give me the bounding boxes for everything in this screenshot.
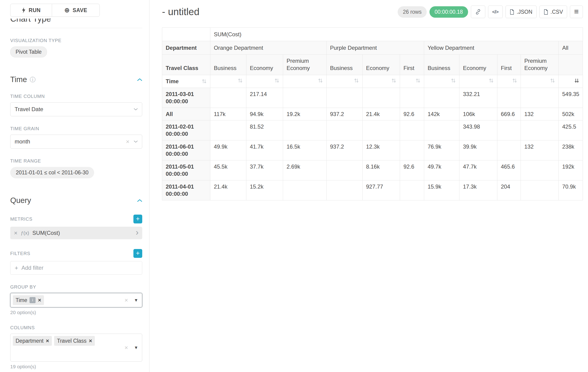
sort-toggle-icon[interactable] (391, 78, 396, 83)
export-csv-button[interactable]: .CSV (539, 6, 567, 18)
group-by-tag[interactable]: Time i × (13, 295, 44, 305)
chart-type-heading: Chart Type (10, 19, 142, 24)
sort-toggle-icon[interactable] (202, 79, 207, 84)
info-badge-icon: i (30, 297, 36, 303)
total-column-sorter[interactable] (559, 75, 583, 88)
query-section-header[interactable]: Query (10, 196, 142, 205)
save-button[interactable]: ⊕ SAVE (52, 4, 100, 17)
value-cell (326, 180, 363, 200)
time-section-header[interactable]: Time ⓘ (10, 75, 142, 84)
clear-all-icon[interactable]: × (125, 344, 128, 351)
hamburger-icon: ≡ (574, 7, 579, 16)
sort-toggle-icon[interactable] (318, 78, 323, 83)
sort-toggle-icon[interactable] (512, 78, 517, 83)
travel-class-header[interactable]: Economy (246, 55, 283, 75)
sort-toggle-icon[interactable] (416, 78, 420, 83)
viz-type-pill[interactable]: Pivot Table (10, 46, 47, 57)
query-timer-badge: 00:00:00.18 (430, 6, 468, 18)
clear-icon[interactable]: × (126, 138, 129, 145)
remove-tag-icon[interactable]: × (89, 338, 92, 344)
add-metric-button[interactable]: + (133, 215, 142, 223)
remove-metric-icon[interactable]: × (14, 230, 17, 237)
group-by-select[interactable]: Time i × × ▾ (10, 293, 142, 307)
row-total-cell: 70.9k (559, 180, 583, 200)
travel-class-header[interactable]: First (400, 55, 424, 75)
view-query-button[interactable]: </> (488, 6, 503, 18)
column-subdimension-label: Travel Class (162, 55, 210, 75)
caret-down-icon[interactable]: ▾ (135, 345, 137, 351)
time-range-label: TIME RANGE (10, 158, 142, 164)
chevron-up-icon[interactable] (137, 199, 142, 202)
remove-tag-icon[interactable]: × (46, 338, 49, 344)
chart-header: - untitled 26 rows 00:00:00.18 </> .JSON… (162, 0, 583, 18)
run-button[interactable]: RUN (10, 4, 52, 17)
sort-toggle-icon[interactable] (550, 78, 555, 83)
column-sorter[interactable] (460, 75, 497, 88)
column-sorter[interactable] (363, 75, 400, 88)
row-total-cell: 192k (559, 160, 583, 180)
value-cell: 39.9k (460, 140, 497, 160)
remove-tag-icon[interactable]: × (38, 297, 41, 303)
columns-select[interactable]: Department × Travel Class × × ▾ (10, 334, 142, 361)
row-dimension-inner: Time (166, 78, 207, 85)
file-icon (510, 9, 514, 15)
chart-container: SUM(Cost)DepartmentOrange DepartmentPurp… (162, 27, 583, 201)
value-cell (210, 88, 246, 108)
value-cell: 2.69k (283, 160, 326, 180)
pivot-table: SUM(Cost)DepartmentOrange DepartmentPurp… (162, 27, 583, 201)
sort-toggle-icon[interactable] (451, 78, 456, 83)
value-cell (521, 180, 559, 200)
column-dimension-label: Department (162, 41, 210, 55)
value-cell (400, 140, 424, 160)
department-group-header[interactable]: Orange Department (210, 41, 326, 55)
time-column-select[interactable]: Travel Date (10, 102, 142, 116)
export-json-button[interactable]: .JSON (505, 6, 537, 18)
sort-toggle-icon[interactable] (489, 78, 494, 83)
row-total-cell: 549.35 (559, 88, 583, 108)
value-cell: 41.7k (246, 140, 283, 160)
all-column-header[interactable]: All (559, 41, 583, 55)
export-json-label: .JSON (517, 9, 533, 15)
department-group-header[interactable]: Yellow Department (424, 41, 559, 55)
value-cell: 937.2 (326, 108, 363, 120)
sort-toggle-icon[interactable] (274, 78, 279, 83)
column-sorter[interactable] (521, 75, 559, 88)
sort-toggle-icon[interactable] (354, 78, 359, 83)
travel-class-header[interactable]: Business (326, 55, 363, 75)
column-sorter[interactable] (326, 75, 363, 88)
columns-tag[interactable]: Department × (13, 336, 52, 346)
caret-down-icon[interactable]: ▾ (135, 297, 137, 303)
sort-toggle-icon[interactable] (238, 78, 243, 83)
department-group-header[interactable]: Purple Department (326, 41, 424, 55)
time-grain-select[interactable]: month × (10, 135, 142, 149)
row-dimension-cell[interactable]: Time (162, 75, 210, 88)
add-filter-box[interactable]: + Add filter (10, 261, 142, 275)
column-sorter[interactable] (424, 75, 460, 88)
copy-link-button[interactable] (471, 6, 485, 18)
add-filter-button[interactable]: + (133, 249, 142, 258)
travel-class-header[interactable]: Economy (363, 55, 400, 75)
travel-class-header[interactable]: Business (424, 55, 460, 75)
column-sorter[interactable] (246, 75, 283, 88)
column-sorter[interactable] (400, 75, 424, 88)
travel-class-header[interactable]: First (497, 55, 521, 75)
sort-descending-icon[interactable] (574, 78, 579, 83)
metric-chip[interactable]: × ƒ(x) SUM(Cost) › (10, 227, 142, 239)
value-cell (326, 160, 363, 180)
travel-class-header[interactable]: Business (210, 55, 246, 75)
value-cell: 927.77 (363, 180, 400, 200)
column-sorter[interactable] (283, 75, 326, 88)
menu-button[interactable]: ≡ (570, 6, 583, 18)
columns-tag[interactable]: Travel Class × (54, 336, 95, 346)
value-cell: 81.52 (246, 120, 283, 140)
clear-all-icon[interactable]: × (125, 297, 128, 304)
travel-class-header[interactable]: Premium Economy (283, 55, 326, 75)
time-range-pill[interactable]: 2011-01-01 ≤ col < 2011-06-30 (10, 167, 94, 178)
column-sorter[interactable] (210, 75, 246, 88)
chevron-up-icon[interactable] (137, 78, 142, 81)
column-sorter[interactable] (497, 75, 521, 88)
travel-class-header[interactable]: Premium Economy (521, 55, 559, 75)
tag-label: Time (16, 297, 27, 303)
travel-class-header[interactable]: Economy (460, 55, 497, 75)
department-header-row: DepartmentOrange DepartmentPurple Depart… (162, 41, 583, 55)
